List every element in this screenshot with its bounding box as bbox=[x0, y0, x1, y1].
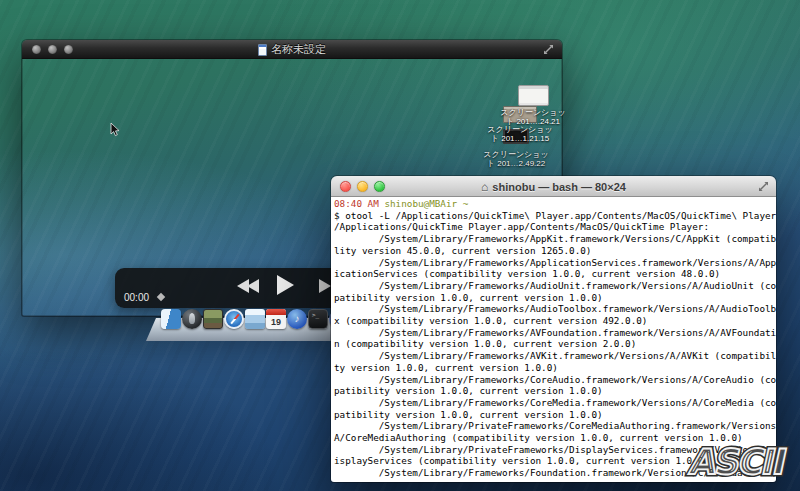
elapsed-time: 00:00 bbox=[124, 292, 149, 303]
screenshot-thumbnail bbox=[518, 85, 549, 106]
icon-label-line1: スクリーンショッ bbox=[477, 150, 555, 159]
terminal-window[interactable]: ⌂ shinobu — bash — 80×24 08:40 AM shinob… bbox=[331, 176, 776, 482]
quicktime-titlebar[interactable]: 名称未設定 bbox=[22, 40, 562, 59]
desktop: 名称未設定 00:00 スクリーンショッ ト 201….24.21 スクリーンシ… bbox=[0, 0, 800, 491]
minimize-button[interactable] bbox=[357, 181, 368, 192]
itunes-icon[interactable]: ♪ bbox=[287, 309, 307, 329]
launchpad-icon[interactable] bbox=[182, 309, 202, 329]
terminal-output-lines: $ otool -L /Applications/QuickTime\ Play… bbox=[334, 210, 776, 479]
safari-icon[interactable] bbox=[224, 309, 244, 329]
prompt-user: shinobu@MBAir ~ bbox=[384, 198, 468, 209]
zoom-button[interactable] bbox=[374, 181, 385, 192]
close-button[interactable] bbox=[32, 45, 41, 54]
icon-label-line1: スクリーンショッ bbox=[494, 108, 572, 117]
home-icon: ⌂ bbox=[481, 180, 488, 194]
terminal-traffic-lights bbox=[340, 181, 385, 192]
zoom-button[interactable] bbox=[64, 45, 73, 54]
play-button[interactable] bbox=[277, 275, 294, 295]
icon-label-line2: ト 201….24.21 bbox=[494, 117, 572, 126]
mouse-cursor bbox=[110, 122, 121, 137]
terminal-window-title: ⌂ shinobu — bash — 80×24 bbox=[331, 176, 776, 197]
quicktime-title-text: 名称未設定 bbox=[271, 42, 326, 57]
preview-icon[interactable] bbox=[245, 309, 265, 329]
timeline-scrubber[interactable] bbox=[157, 293, 165, 301]
close-button[interactable] bbox=[340, 181, 351, 192]
document-icon bbox=[258, 44, 267, 56]
icon-label-line1: スクリーンショッ bbox=[481, 125, 559, 134]
rewind-button[interactable] bbox=[237, 279, 261, 293]
desktop-icon-screenshot-1[interactable]: スクリーンショッ ト 201….24.21 bbox=[494, 85, 572, 126]
icon-label-line2: ト 201…2.49.22 bbox=[477, 159, 555, 168]
icon-label-line2: ト 201…1.21.15 bbox=[481, 134, 559, 143]
prompt-time: 08:40 AM bbox=[334, 198, 379, 209]
minimize-button[interactable] bbox=[48, 45, 57, 54]
terminal-title-text: shinobu — bash — 80×24 bbox=[492, 181, 626, 193]
terminal-output[interactable]: 08:40 AM shinobu@MBAir ~ $ otool -L /App… bbox=[331, 197, 776, 482]
terminal-prompt-line: 08:40 AM shinobu@MBAir ~ bbox=[334, 198, 776, 210]
photo-app-icon[interactable] bbox=[203, 309, 223, 329]
fullscreen-icon[interactable] bbox=[543, 44, 554, 55]
calendar-icon[interactable]: 19 bbox=[266, 309, 286, 329]
quicktime-window-title: 名称未設定 bbox=[22, 40, 562, 59]
fast-forward-button[interactable] bbox=[319, 279, 331, 293]
terminal-dock-icon[interactable]: >_ bbox=[308, 309, 328, 329]
quicktime-traffic-lights bbox=[32, 45, 73, 54]
finder-icon[interactable] bbox=[161, 309, 181, 329]
calendar-day: 19 bbox=[271, 317, 281, 327]
terminal-titlebar[interactable]: ⌂ shinobu — bash — 80×24 bbox=[331, 176, 776, 197]
fullscreen-icon[interactable] bbox=[758, 181, 769, 192]
